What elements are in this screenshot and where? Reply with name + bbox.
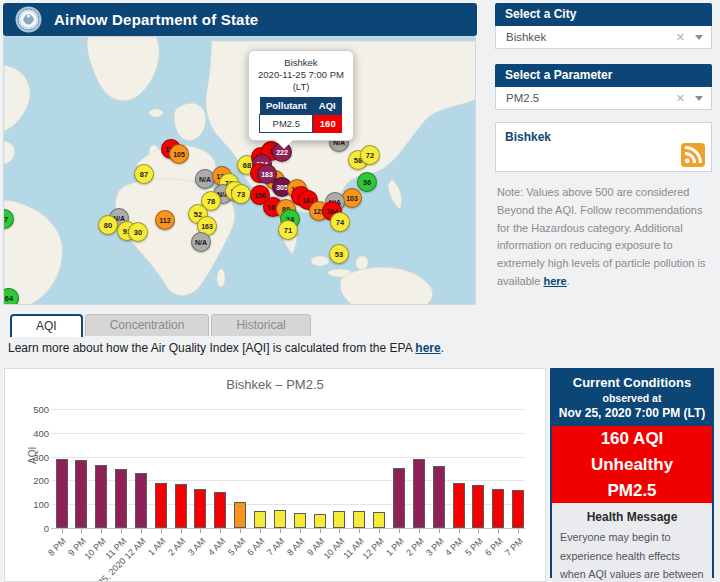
- aqi-value: 160 AQI: [552, 426, 712, 451]
- map-marker-74[interactable]: 74: [330, 212, 350, 232]
- x-axis-tick: [300, 529, 301, 533]
- x-axis-tick: [81, 529, 82, 533]
- current-conditions-panel: Current Conditions observed at Nov 25, 2…: [550, 368, 714, 578]
- popup-table: Pollutant AQI PM2.5 160: [259, 97, 342, 133]
- map-marker-36[interactable]: 36: [357, 172, 377, 192]
- tab-concentration[interactable]: Concentration: [85, 314, 210, 336]
- x-axis-tick: [459, 529, 460, 533]
- x-axis-tick: [101, 529, 102, 533]
- x-axis-label: 8 PM: [47, 536, 69, 558]
- x-axis-tick: [62, 529, 63, 533]
- note-text: Note: Values above 500 are considered Be…: [497, 186, 706, 287]
- city-select-widget: Select a City Bishkek ✕: [495, 3, 712, 49]
- x-axis-label: 6 AM: [245, 536, 267, 558]
- map-marker-112[interactable]: 112: [155, 210, 175, 230]
- chart-bar-11-pm[interactable]: [115, 469, 127, 528]
- app-header: AirNow Department of State: [3, 3, 477, 36]
- aqi-pollutant: PM2.5: [552, 478, 712, 503]
- observed-datetime: Nov 25, 2020 7:00 PM (LT): [554, 406, 710, 420]
- x-axis-tick: [518, 529, 519, 533]
- health-message-block: Health Message Everyone may begin to exp…: [552, 503, 712, 582]
- learn-more-here-link[interactable]: here: [415, 341, 440, 355]
- y-axis-tick-label: 0: [21, 523, 49, 534]
- x-axis-tick: [399, 529, 400, 533]
- y-axis-tick-label: 100: [21, 499, 49, 510]
- tab-aqi[interactable]: AQI: [10, 314, 83, 337]
- learn-more-text: Learn more about how the Air Quality Ind…: [8, 341, 444, 355]
- chart-bar-10-am[interactable]: [333, 511, 345, 528]
- chart-bar-3-pm[interactable]: [433, 466, 445, 528]
- x-axis-label: 1 AM: [146, 536, 168, 558]
- popup-aqi-value: 160: [313, 115, 342, 133]
- department-of-state-seal-icon: [15, 6, 42, 33]
- clear-parameter-icon[interactable]: ✕: [676, 92, 685, 105]
- x-axis-label: 2 PM: [404, 536, 426, 558]
- chart-bar-3-am[interactable]: [194, 489, 206, 528]
- city-select-value: Bishkek: [506, 31, 676, 43]
- chart-bar-7-pm[interactable]: [512, 490, 524, 528]
- x-axis-tick: [240, 529, 241, 533]
- chart-bar-8-am[interactable]: [294, 513, 306, 528]
- aqi-category: Unhealthy: [552, 452, 712, 477]
- learn-more-period: .: [441, 341, 444, 355]
- note-here-link[interactable]: here: [543, 275, 566, 287]
- x-axis-tick: [260, 529, 261, 533]
- map-marker-64[interactable]: 64: [3, 288, 19, 305]
- chart-bar-7-am[interactable]: [274, 510, 286, 528]
- parameter-select-input[interactable]: PM2.5 ✕: [495, 87, 712, 110]
- map-marker-53[interactable]: 53: [329, 244, 349, 264]
- chart-bar-1-am[interactable]: [155, 483, 167, 528]
- x-axis-label: 7 PM: [503, 536, 525, 558]
- map-marker-72[interactable]: 72: [360, 145, 380, 165]
- chart-bar-4-am[interactable]: [214, 492, 226, 528]
- x-axis-tick: [339, 529, 340, 533]
- map-marker-80[interactable]: 80: [98, 215, 118, 235]
- x-axis-tick: [181, 529, 182, 533]
- chart-bar-6-am[interactable]: [254, 511, 266, 528]
- x-axis-tick: [200, 529, 201, 533]
- x-axis-tick: [121, 529, 122, 533]
- chart-bar-10-pm[interactable]: [95, 465, 107, 528]
- chart-plot-area: 01002003004005008 PM9 PM10 PM11 PMNov 25…: [5, 369, 545, 581]
- clear-city-icon[interactable]: ✕: [676, 31, 685, 44]
- chart-bar-5-pm[interactable]: [472, 485, 484, 528]
- map-marker-87[interactable]: 87: [134, 164, 154, 184]
- chart-bar-11-am[interactable]: [353, 511, 365, 528]
- chart-bar-1-pm[interactable]: [393, 468, 405, 528]
- x-axis-label: 3 AM: [186, 536, 208, 558]
- chart-bar-2-am[interactable]: [175, 484, 187, 528]
- chart-bar-12-pm[interactable]: [373, 512, 385, 528]
- x-axis-tick: [161, 529, 162, 533]
- chart-bar-6-pm[interactable]: [492, 489, 504, 528]
- map-marker-73[interactable]: 73: [231, 184, 251, 204]
- observed-at-label: observed at: [554, 392, 710, 404]
- chart-bar-9-am[interactable]: [314, 514, 326, 528]
- health-message-text: Everyone may begin to experience health …: [552, 528, 712, 582]
- chart-bar-8-pm[interactable]: [56, 459, 68, 528]
- chart-bar-2-pm[interactable]: [413, 459, 425, 528]
- map-marker-30[interactable]: 30: [128, 222, 148, 242]
- chevron-down-icon[interactable]: [695, 96, 703, 101]
- map-marker-103[interactable]: 103: [342, 188, 362, 208]
- x-axis-label: 5 AM: [226, 536, 248, 558]
- x-axis-label: 10 PM: [83, 536, 108, 561]
- rss-feed-icon[interactable]: [681, 143, 705, 167]
- chart-bar-5-am[interactable]: [234, 502, 246, 528]
- parameter-select-widget: Select a Parameter PM2.5 ✕: [495, 64, 712, 110]
- chart-bar-4-pm[interactable]: [453, 483, 465, 528]
- map-marker-na[interactable]: N/A: [191, 232, 211, 252]
- city-select-input[interactable]: Bishkek ✕: [495, 26, 712, 49]
- city-select-header: Select a City: [495, 3, 712, 26]
- tab-historical[interactable]: Historical: [211, 314, 310, 336]
- chart-bar-9-pm[interactable]: [75, 460, 87, 528]
- x-axis-tick: [478, 529, 479, 533]
- chart-bar-nov-25-2020-12-am[interactable]: [135, 473, 147, 528]
- world-aqi-map[interactable]: 476415610587N/A809130112N/A13073N/A88737…: [3, 36, 476, 305]
- y-axis-tick-label: 300: [21, 452, 49, 463]
- x-axis-label: 4 PM: [444, 536, 466, 558]
- x-axis-tick: [498, 529, 499, 533]
- map-marker-71[interactable]: 71: [278, 220, 298, 240]
- chevron-down-icon[interactable]: [695, 35, 703, 40]
- map-marker-105[interactable]: 105: [169, 144, 189, 164]
- x-axis-label: 7 AM: [265, 536, 287, 558]
